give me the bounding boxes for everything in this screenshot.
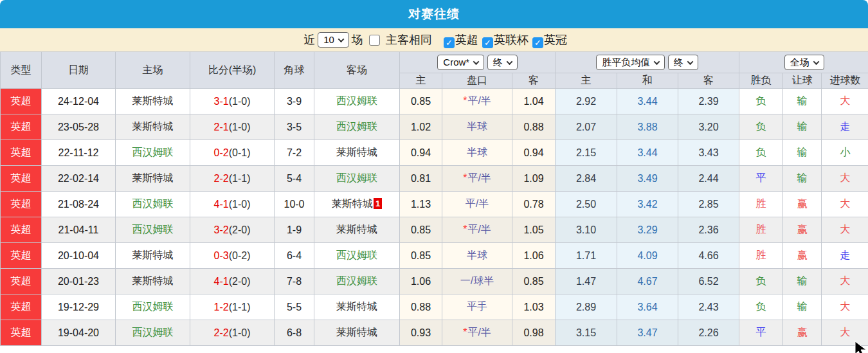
avg-home-cell: 1.71 [556,243,617,269]
handicap-cell: 半球 [442,114,512,140]
handicap-result-cell: 输 [783,166,822,192]
home-team-cell: 西汉姆联 [116,140,190,166]
home-team-cell: 西汉姆联 [116,294,190,320]
table-row: 英超22-02-14莱斯特城2-2(1-1)5-4西汉姆联0.81*平/半1.0… [1,166,868,192]
home-team-cell: 莱斯特城 [116,243,190,269]
result-cell: 平 [739,320,783,346]
handicap-result-cell: 赢 [783,320,822,346]
col-header-away: 客场 [314,52,400,89]
col-header-type: 类型 [1,52,42,89]
league-label-3: 英冠 [544,33,567,46]
home-team-cell: 莱斯特城 [116,114,190,140]
history-table-body: 英超24-12-04莱斯特城3-1(1-0)3-9西汉姆联0.85*平/半1.0… [1,89,868,346]
handicap-star: * [463,327,467,338]
col-header-date: 日期 [42,52,116,89]
home-team-cell: 莱斯特城 [116,89,190,114]
away-odds-cell: 0.85 [512,269,556,294]
avg-draw-cell: 4.09 [617,243,678,269]
avg-draw-cell: 3.47 [617,320,678,346]
history-table: 类型 日期 主场 比分(半场) 角球 客场 Crow* 终 [0,51,868,346]
table-row: 英超19-12-29西汉姆联1-2(1-1)5-5莱斯特城0.88平手1.032… [1,294,868,320]
corners-cell: 5-5 [275,294,314,320]
handicap-result-cell: 输 [783,294,822,320]
avg-draw-cell: 3.42 [617,192,678,217]
odds-company-select[interactable]: Crow* [437,55,484,70]
goals-cell: 走 [822,114,868,140]
score-cell: 1-2(1-1) [190,294,275,320]
handicap-result-cell: 输 [783,140,822,166]
score-cell: 4-1(1-0) [190,192,275,217]
league-cell: 英超 [1,192,42,217]
handicap-cell: 半球 [442,140,512,166]
table-row: 英超19-04-20西汉姆联2-2(1-0)6-8莱斯特城0.93*平/半0.9… [1,320,868,346]
avg-home-cell: 3.15 [556,320,617,346]
date-cell: 23-05-28 [42,114,116,140]
scope-select[interactable]: 全场 [784,55,824,70]
home-odds-cell: 1.06 [400,269,442,294]
handicap-cell: 半球 [442,243,512,269]
date-cell: 22-11-12 [42,140,116,166]
avg-home-cell: 2.07 [556,114,617,140]
sub-header-handicap-result: 让球 [783,73,822,89]
col-header-corners: 角球 [275,52,314,89]
away-odds-cell: 0.88 [512,114,556,140]
col-header-home: 主场 [116,52,190,89]
corners-cell: 1-9 [275,217,314,243]
odds-group-header: Crow* 终 [400,52,556,73]
avg-draw-cell: 3.44 [617,140,678,166]
chevron-down-icon [654,59,660,65]
table-row: 英超23-05-28莱斯特城2-1(1-0)3-5西汉姆联1.02半球0.882… [1,114,868,140]
score-cell: 2-1(1-0) [190,114,275,140]
league-checkbox-2[interactable]: ✓ [482,37,493,48]
handicap-result-cell: 赢 [783,217,822,243]
table-row: 英超21-08-24西汉姆联4-1(1-0)10-0莱斯特城11.13平/半0.… [1,192,868,217]
table-row: 英超21-04-11西汉姆联3-2(2-0)1-9莱斯特城0.85*平/半1.0… [1,217,868,243]
avg-draw-cell: 3.44 [617,89,678,114]
away-odds-cell: 0.94 [512,140,556,166]
same-venue-checkbox[interactable] [369,35,380,46]
home-odds-cell: 0.81 [400,166,442,192]
avg-away-cell: 2.85 [678,192,739,217]
avg-home-cell: 1.47 [556,269,617,294]
result-cell: 负 [739,114,783,140]
avg-draw-cell: 3.49 [617,166,678,192]
sub-header-odds-home: 主 [400,73,442,89]
league-cell: 英超 [1,243,42,269]
corners-cell: 7-2 [275,140,314,166]
corners-cell: 3-5 [275,114,314,140]
result-cell: 负 [739,140,783,166]
home-odds-cell: 0.85 [400,217,442,243]
avg-away-cell: 2.44 [678,166,739,192]
result-cell: 胜 [739,192,783,217]
league-checkbox-3[interactable]: ✓ [532,37,543,48]
goals-cell: 大 [822,166,868,192]
scope-value: 全场 [790,57,809,68]
scope-group-header: 全场 [739,52,868,73]
date-cell: 21-08-24 [42,192,116,217]
avg-home-cell: 2.15 [556,140,617,166]
home-team-cell: 莱斯特城 [116,269,190,294]
home-odds-cell: 0.94 [400,140,442,166]
home-odds-cell: 1.13 [400,192,442,217]
league-cell: 英超 [1,217,42,243]
result-cell: 平 [739,166,783,192]
recent-count-value: 10 [323,34,334,46]
avg-away-cell: 4.66 [678,243,739,269]
odds-time-select[interactable]: 终 [487,55,518,70]
avg-type-select[interactable]: 胜平负均值 [596,55,665,70]
league-checkbox-1[interactable]: ✓ [444,37,455,48]
avg-away-cell: 3.20 [678,114,739,140]
chevron-down-icon [813,59,819,65]
corners-cell: 6-8 [275,320,314,346]
corners-cell: 3-9 [275,89,314,114]
recent-count-select[interactable]: 10 [318,32,349,48]
home-odds-cell: 0.85 [400,243,442,269]
score-cell: 2-2(1-0) [190,320,275,346]
date-cell: 21-04-11 [42,217,116,243]
league-cell: 英超 [1,140,42,166]
away-team-cell: 莱斯特城 [314,320,400,346]
avg-away-cell: 2.36 [678,217,739,243]
avg-time-select[interactable]: 终 [668,55,698,70]
score-cell: 4-1(2-0) [190,269,275,294]
sub-header-result: 胜负 [739,73,783,89]
